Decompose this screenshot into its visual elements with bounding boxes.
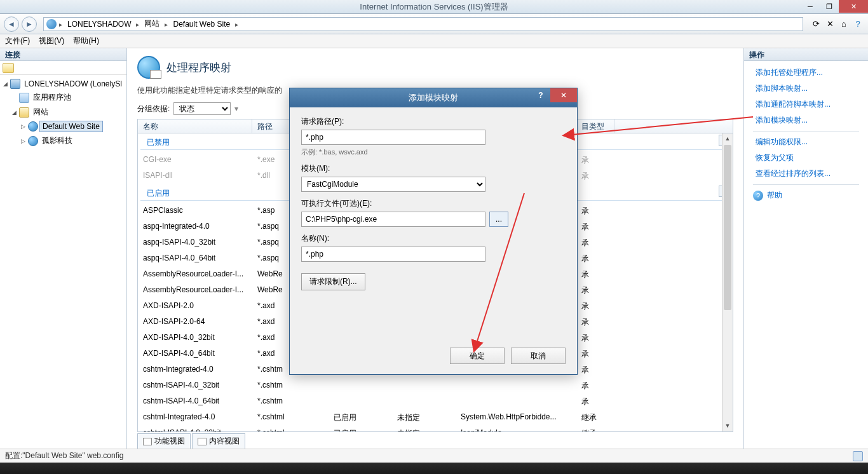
- menu-view[interactable]: 视图(V): [39, 36, 64, 46]
- folder-icon[interactable]: [3, 63, 14, 73]
- cell: 承: [576, 379, 614, 393]
- list-icon: [198, 438, 207, 445]
- home-icon[interactable]: ⌂: [837, 18, 850, 30]
- exe-input[interactable]: [301, 212, 485, 227]
- tree-node-guying[interactable]: ▷ 孤影科技: [1, 133, 125, 148]
- forward-button[interactable]: ►: [22, 17, 37, 32]
- tree-node-server[interactable]: ◢ LONELYSHADOW (LonelySl: [1, 78, 125, 90]
- expand-icon[interactable]: ▷: [19, 123, 27, 130]
- apppool-icon: [19, 93, 29, 103]
- tree-label: LONELYSHADOW (LonelySl: [22, 79, 125, 89]
- nav-toolbar: ◄ ► LONELYSHADOW 网站 Default Web Site ⟳ ✕…: [0, 14, 868, 34]
- cell: 承: [576, 220, 614, 234]
- cell: 承: [576, 348, 614, 361]
- vertical-scrollbar[interactable]: ▲ ▼: [722, 133, 733, 431]
- name-input[interactable]: [301, 247, 485, 262]
- table-row[interactable]: cshtml-ISAPI-4.0_32bit*.cshtml已启用未指定Isap…: [138, 426, 733, 431]
- help-icon[interactable]: ?: [851, 18, 864, 30]
- collapse-icon[interactable]: ◢: [1, 81, 9, 87]
- chevron-right-icon: [165, 20, 168, 29]
- sites-icon: [19, 107, 29, 118]
- tree-label: 应用程序池: [31, 91, 74, 104]
- tab-function-view[interactable]: 功能视图: [137, 433, 191, 449]
- action-help[interactable]: ? 帮助: [747, 187, 865, 203]
- cancel-button[interactable]: 取消: [511, 348, 566, 364]
- dialog-close-button[interactable]: ✕: [550, 88, 577, 102]
- separator: [753, 184, 859, 185]
- cell: ISAPI-dll: [138, 170, 252, 183]
- cell: IsapiModule: [456, 427, 576, 431]
- cell: 承: [576, 316, 614, 329]
- action-view-sorted[interactable]: 查看经过排序的列表...: [747, 166, 865, 182]
- server-icon: [10, 79, 20, 89]
- col-name[interactable]: 名称: [138, 119, 252, 133]
- dialog-help-button[interactable]: ?: [531, 88, 550, 102]
- breadcrumb-item[interactable]: Default Web Site: [170, 20, 233, 29]
- connections-panel: 连接 ◢ LONELYSHADOW (LonelySl 应用程序池 ◢ 网站 ▷: [0, 48, 127, 449]
- cell: aspq-ISAPI-4.0_32bit: [138, 236, 252, 250]
- table-row[interactable]: cshtm-ISAPI-4.0_32bit*.cshtm承: [138, 378, 733, 394]
- chevron-right-icon: [136, 20, 139, 29]
- module-select[interactable]: FastCgiModule: [301, 177, 485, 192]
- close-button[interactable]: [839, 0, 868, 13]
- tree-node-default-site[interactable]: ▷ Default Web Site: [1, 119, 125, 133]
- cell: 承: [576, 236, 614, 250]
- cell: *.cshtm: [252, 395, 329, 409]
- refresh-icon[interactable]: ⟳: [810, 18, 822, 30]
- globe-icon: [46, 19, 57, 29]
- browse-button[interactable]: ...: [489, 212, 508, 227]
- breadcrumb-item[interactable]: 网站: [142, 18, 162, 29]
- tab-content-view[interactable]: 内容视图: [192, 433, 245, 449]
- menubar: 文件(F) 视图(V) 帮助(H): [0, 34, 868, 48]
- cell: AssemblyResourceLoader-I...: [138, 284, 252, 297]
- dialog-controls: ? ✕: [531, 88, 577, 102]
- cell: 承: [576, 284, 614, 297]
- action-add-managed[interactable]: 添加托管处理程序...: [747, 65, 865, 81]
- taskbar: [0, 463, 868, 474]
- action-add-script[interactable]: 添加脚本映射...: [747, 81, 865, 97]
- table-row[interactable]: cshtml-Integrated-4.0*.cshtml已启用未指定Syste…: [138, 410, 733, 426]
- menu-help[interactable]: 帮助(H): [73, 36, 99, 46]
- table-row[interactable]: cshtm-ISAPI-4.0_64bit*.cshtm承: [138, 394, 733, 410]
- maximize-button[interactable]: [820, 0, 839, 13]
- menu-file[interactable]: 文件(F): [5, 36, 30, 46]
- ok-button[interactable]: 确定: [450, 348, 505, 364]
- globe-icon: [28, 121, 38, 132]
- dialog-body: 请求路径(P): 示例: *.bas, wsvc.axd 模块(M): Fast…: [290, 107, 577, 299]
- connections-tree: ◢ LONELYSHADOW (LonelySl 应用程序池 ◢ 网站 ▷ De…: [0, 75, 126, 151]
- scroll-up-icon[interactable]: ▲: [722, 133, 733, 144]
- tree-node-apppools[interactable]: 应用程序池: [1, 90, 125, 105]
- stop-icon[interactable]: ✕: [824, 18, 836, 30]
- breadcrumb[interactable]: LONELYSHADOW 网站 Default Web Site: [43, 17, 803, 31]
- action-edit-perms[interactable]: 编辑功能权限...: [747, 134, 865, 150]
- cell: AXD-ISAPI-2.0-64: [138, 316, 252, 329]
- reqpath-input[interactable]: [301, 130, 485, 145]
- chevron-right-icon: [59, 20, 62, 29]
- cell: cshtm-Integrated-4.0: [138, 363, 252, 377]
- action-add-module[interactable]: 添加模块映射...: [747, 112, 865, 128]
- globe-icon: [28, 136, 38, 146]
- cell: 承: [576, 268, 614, 281]
- handler-mappings-icon: [137, 56, 160, 79]
- cell: AXD-ISAPI-4.0_32bit: [138, 332, 252, 345]
- minimize-button[interactable]: [801, 0, 820, 13]
- col-etype[interactable]: 目类型: [576, 119, 614, 133]
- request-limits-button[interactable]: 请求限制(R)...: [301, 273, 365, 290]
- scroll-thumb[interactable]: [724, 145, 731, 310]
- cell: 承: [576, 252, 614, 266]
- expand-icon[interactable]: ▷: [19, 138, 27, 144]
- action-add-wildcard[interactable]: 添加通配符脚本映射...: [747, 97, 865, 112]
- collapse-icon[interactable]: ◢: [10, 109, 18, 116]
- groupby-select[interactable]: 状态: [173, 102, 231, 115]
- cell: 继承: [576, 411, 614, 424]
- action-revert[interactable]: 恢复为父项: [747, 150, 865, 166]
- breadcrumb-item[interactable]: LONELYSHADOW: [65, 20, 133, 29]
- cell: aspq-Integrated-4.0: [138, 220, 252, 234]
- status-icon: [853, 451, 863, 461]
- cell: 承: [576, 363, 614, 377]
- back-button[interactable]: ◄: [4, 17, 19, 32]
- dialog-titlebar: 添加模块映射 ? ✕: [290, 88, 577, 107]
- tree-node-sites[interactable]: ◢ 网站: [1, 105, 125, 119]
- scroll-down-icon[interactable]: ▼: [722, 421, 733, 431]
- cell: [392, 395, 456, 409]
